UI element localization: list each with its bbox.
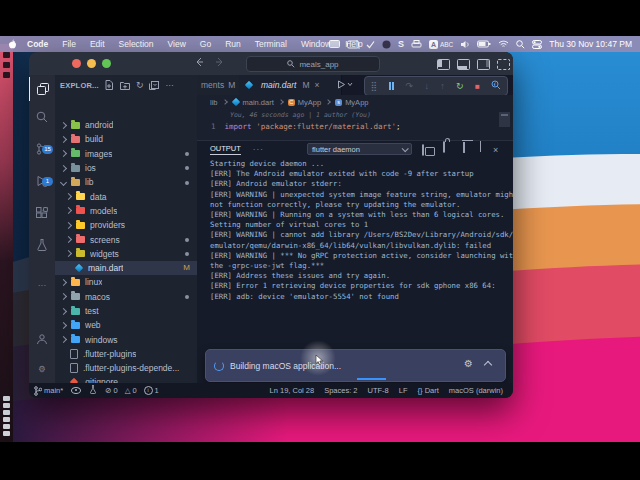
notification-expand-icon[interactable] [484,361,492,369]
apple-menu-icon[interactable] [8,36,17,52]
close-panel-icon[interactable]: × [493,145,498,155]
tree-item--flutter-plugins-depende-[interactable]: .flutter-plugins-depende... [55,361,197,375]
maximize-panel-icon[interactable] [480,142,481,152]
display-mirroring-icon[interactable] [329,36,340,52]
checkmark-icon[interactable] [366,36,375,52]
screen-recording-icon[interactable] [347,36,359,52]
tree-item-linux[interactable]: linux [55,275,197,289]
tree-item-build[interactable]: build [55,132,197,146]
nav-back-icon[interactable] [194,57,204,69]
dark-mode-icon[interactable] [382,36,391,52]
menu-item-selection[interactable]: Selection [119,39,154,49]
status-item-ln-19-col-28[interactable]: Ln 19, Col 28 [270,386,315,395]
more-actions-icon[interactable]: ··· [165,80,174,90]
tree-item-android[interactable]: android [55,118,197,132]
command-center-search[interactable]: meals_app [246,56,380,72]
status-item-spaces-2[interactable]: Spaces: 2 [324,386,357,395]
panel-more-tabs-icon[interactable]: ··· [253,145,264,154]
menu-item-run[interactable]: Run [225,39,241,49]
lock-scroll-icon[interactable] [443,142,445,152]
restart-icon[interactable]: ↻ [456,81,464,91]
spotlight-search-icon[interactable] [516,36,525,52]
run-debug-split-button[interactable] [337,80,353,89]
tree-item-images[interactable]: images [55,147,197,161]
tab-main-dart[interactable]: main.dart M × [239,75,342,95]
tree-item-web[interactable]: web [55,318,197,332]
collapse-folders-icon[interactable] [149,81,159,90]
tab-close-icon[interactable]: × [315,80,320,90]
toggle-panel-icon[interactable] [457,59,470,70]
tree-item-test[interactable]: test [55,304,197,318]
new-file-icon[interactable] [105,80,114,90]
menu-item-edit[interactable]: Edit [90,39,105,49]
status-item-lf[interactable]: LF [399,386,408,395]
maximize-window-button[interactable] [102,59,111,68]
tree-item-main-dart[interactable]: main.dartM [55,261,197,275]
new-folder-icon[interactable] [120,81,130,90]
editor[interactable]: You, 46 seconds ago | 1 author (You) 1 i… [197,109,513,140]
flutter-status-icon[interactable] [89,385,97,396]
menu-item-code[interactable]: Code [27,39,48,49]
tree-item-macos[interactable]: macos [55,290,197,304]
minimize-window-button[interactable] [87,59,96,68]
extensions-icon[interactable] [29,201,55,225]
tree-item-screens[interactable]: screens [55,232,197,246]
settings-gear-icon[interactable]: ⚙ [29,357,55,381]
problems-item[interactable]: ⊘0 △0 i1 [105,386,159,395]
output-channel-select[interactable]: flutter daemon [307,143,412,155]
minimap[interactable] [499,112,510,127]
menu-item-go[interactable]: Go [200,39,211,49]
customize-layout-icon[interactable] [497,59,510,70]
menu-item-view[interactable]: View [168,39,186,49]
wifi-icon[interactable] [498,36,509,52]
tab-partial[interactable]: ments M [197,75,243,95]
gitlens-toggle-icon[interactable] [71,387,81,394]
tree-item-data[interactable]: data [55,189,197,203]
notification-settings-gear-icon[interactable]: ⚙ [464,358,473,369]
menu-bar-clock[interactable]: Thu 30 Nov 10:47 PM [549,39,632,49]
git-branch-item[interactable]: main* [34,386,63,396]
tree-item-widgets[interactable]: widgets [55,247,197,261]
battery-icon[interactable] [477,36,491,52]
open-output-in-editor-icon[interactable] [422,145,424,155]
step-out-icon[interactable]: ↑ [440,81,445,91]
more-views-icon[interactable]: ··· [29,273,55,297]
clear-output-icon[interactable] [463,142,465,152]
breadcrumb-item[interactable]: MyApp [345,98,368,107]
nav-forward-icon[interactable] [215,57,225,69]
tree-item-windows[interactable]: windows [55,332,197,346]
breadcrumb-item[interactable]: main.dart [243,98,274,107]
stop-icon[interactable]: ■ [475,82,480,91]
tab-output[interactable]: OUTPUT [210,144,241,155]
toggle-sidebar-icon[interactable] [437,59,450,70]
step-into-icon[interactable]: ↓ [424,81,429,91]
control-center-icon[interactable] [532,36,542,52]
breadcrumb-item[interactable]: lib [210,98,218,107]
tree-item-providers[interactable]: providers [55,218,197,232]
window-titlebar[interactable]: meals_app [29,52,513,75]
tree-item-models[interactable]: models [55,204,197,218]
refresh-icon[interactable]: ↻ [136,80,144,90]
testing-icon[interactable] [29,233,55,257]
volume-icon[interactable] [460,36,470,52]
menu-item-window[interactable]: Window [301,39,331,49]
pause-icon[interactable] [389,82,395,90]
search-icon[interactable] [29,105,55,129]
toggle-secondary-sidebar-icon[interactable] [477,59,490,70]
tree-item--flutter-plugins[interactable]: .flutter-plugins [55,347,197,361]
grip-icon[interactable]: ⣿ [371,81,378,91]
menu-item-file[interactable]: File [62,39,76,49]
tree-item-ios[interactable]: ios [55,161,197,175]
tree-item-lib[interactable]: lib [55,175,197,189]
status-item-utf-8[interactable]: UTF-8 [368,386,389,395]
printer-icon[interactable] [411,36,422,52]
status-item-macos-darwin-[interactable]: macOS (darwin) [449,386,503,395]
input-source-icon[interactable]: AABC [429,36,453,52]
menu-item-terminal[interactable]: Terminal [255,39,287,49]
breadcrumb-item[interactable]: MyApp [298,98,321,107]
explorer-icon[interactable] [29,77,56,101]
close-window-button[interactable] [72,59,81,68]
shottr-icon[interactable]: S [398,36,404,52]
widget-inspector-icon[interactable] [491,80,501,92]
status-item--dart[interactable]: {} Dart [418,386,439,395]
